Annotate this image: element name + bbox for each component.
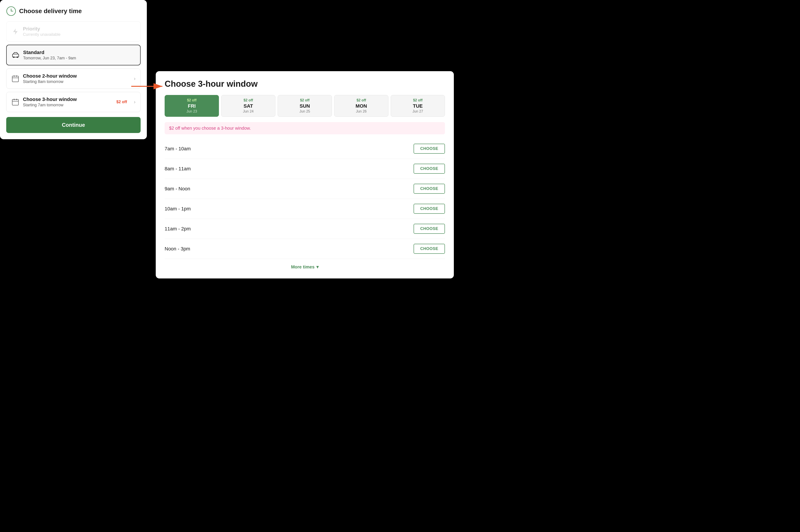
panel-title: Choose delivery time — [19, 7, 82, 15]
day-fri[interactable]: $2 off FRI Jun 23 — [165, 95, 219, 117]
time-slot-11am-label: 11am - 2pm — [165, 226, 191, 232]
day-mon-discount: $2 off — [337, 98, 386, 102]
three-hour-card-text: Choose 3-hour window Starting 7am tomorr… — [23, 96, 130, 108]
priority-option[interactable]: Priority Currently unavailable — [6, 21, 141, 42]
day-fri-discount: $2 off — [167, 98, 217, 102]
left-panel: Choose delivery time Priority Currently … — [0, 0, 147, 139]
time-slot-noon: Noon - 3pm CHOOSE — [165, 239, 445, 259]
three-hour-option[interactable]: Choose 3-hour window Starting 7am tomorr… — [6, 92, 141, 112]
two-hour-card-text: Choose 2-hour window Starting 8am tomorr… — [23, 73, 130, 84]
day-fri-date: Jun 23 — [167, 110, 217, 113]
day-tue-name: TUE — [393, 103, 443, 109]
choose-button-10am[interactable]: CHOOSE — [413, 204, 445, 214]
svg-rect-6 — [16, 75, 17, 77]
choose-button-11am[interactable]: CHOOSE — [413, 224, 445, 234]
day-sat-name: SAT — [224, 103, 273, 109]
choose-button-9am[interactable]: CHOOSE — [413, 184, 445, 194]
chevron-icon-3hr: › — [134, 99, 135, 105]
svg-point-3 — [17, 57, 18, 58]
time-slot-7am-label: 7am - 10am — [165, 146, 191, 152]
svg-rect-4 — [12, 76, 18, 82]
day-tue[interactable]: $2 off TUE Jun 27 — [391, 95, 445, 117]
right-panel: Choose 3-hour window $2 off FRI Jun 23 $… — [156, 71, 454, 279]
priority-subtitle: Currently unavailable — [23, 32, 135, 37]
day-tue-date: Jun 27 — [393, 110, 443, 113]
time-slot-10am-label: 10am - 1pm — [165, 206, 191, 212]
time-slot-9am-label: 9am - Noon — [165, 186, 190, 192]
day-selector: $2 off FRI Jun 23 $2 off SAT Jun 24 $2 o… — [165, 95, 445, 117]
svg-rect-5 — [14, 75, 15, 77]
promo-text: $2 off when you choose a 3-hour window. — [169, 126, 251, 131]
day-sat-discount: $2 off — [224, 98, 273, 102]
day-sat-date: Jun 24 — [224, 110, 273, 113]
promo-banner: $2 off when you choose a 3-hour window. — [165, 122, 445, 134]
more-times-label: More times — [291, 264, 315, 269]
time-slot-8am: 8am - 11am CHOOSE — [165, 159, 445, 179]
time-slot-7am: 7am - 10am CHOOSE — [165, 139, 445, 159]
day-sun-date: Jun 25 — [280, 110, 330, 113]
svg-rect-8 — [14, 99, 15, 100]
priority-title: Priority — [23, 26, 135, 32]
standard-card-text: Standard Tomorrow, Jun 23, 7am - 9am — [23, 50, 135, 60]
time-slot-10am: 10am - 1pm CHOOSE — [165, 199, 445, 219]
choose-button-8am[interactable]: CHOOSE — [413, 164, 445, 174]
svg-rect-7 — [12, 99, 18, 105]
choose-button-noon[interactable]: CHOOSE — [413, 244, 445, 254]
two-hour-option[interactable]: Choose 2-hour window Starting 8am tomorr… — [6, 69, 141, 89]
time-slot-9am: 9am - Noon CHOOSE — [165, 179, 445, 199]
svg-point-2 — [13, 57, 15, 58]
time-slot-noon-label: Noon - 3pm — [165, 246, 190, 252]
more-times-button[interactable]: More times ▾ — [291, 264, 319, 269]
day-mon-name: MON — [337, 103, 386, 109]
three-hour-subtitle: Starting 7am tomorrow — [23, 103, 130, 108]
day-fri-name: FRI — [167, 103, 217, 109]
two-hour-title: Choose 2-hour window — [23, 73, 130, 79]
right-panel-title: Choose 3-hour window — [165, 79, 445, 89]
time-slot-8am-label: 8am - 11am — [165, 166, 191, 172]
more-times-section: More times ▾ — [165, 264, 445, 269]
day-mon[interactable]: $2 off MON Jun 26 — [334, 95, 388, 117]
discount-badge: $2 off — [116, 100, 127, 104]
day-sun[interactable]: $2 off SUN Jun 25 — [278, 95, 332, 117]
chevron-down-icon: ▾ — [316, 264, 319, 269]
standard-option[interactable]: Standard Tomorrow, Jun 23, 7am - 9am — [6, 45, 141, 65]
arrow-connector — [129, 77, 165, 95]
two-hour-subtitle: Starting 8am tomorrow — [23, 79, 130, 84]
choose-button-7am[interactable]: CHOOSE — [413, 144, 445, 154]
calendar-icon-2hr — [11, 75, 19, 83]
three-hour-title: Choose 3-hour window — [23, 96, 130, 102]
car-icon — [12, 51, 20, 59]
day-tue-discount: $2 off — [393, 98, 443, 102]
day-sun-discount: $2 off — [280, 98, 330, 102]
clock-icon — [6, 6, 16, 16]
svg-rect-9 — [16, 99, 17, 100]
time-slot-11am: 11am - 2pm CHOOSE — [165, 219, 445, 239]
panel-header: Choose delivery time — [6, 6, 141, 16]
day-sat[interactable]: $2 off SAT Jun 24 — [221, 95, 275, 117]
day-sun-name: SUN — [280, 103, 330, 109]
priority-card-text: Priority Currently unavailable — [23, 26, 135, 37]
continue-button[interactable]: Continue — [6, 117, 141, 133]
standard-title: Standard — [23, 50, 135, 55]
calendar-icon-3hr — [11, 98, 19, 106]
standard-subtitle: Tomorrow, Jun 23, 7am - 9am — [23, 56, 135, 60]
day-mon-date: Jun 26 — [337, 110, 386, 113]
bolt-icon — [11, 27, 19, 36]
